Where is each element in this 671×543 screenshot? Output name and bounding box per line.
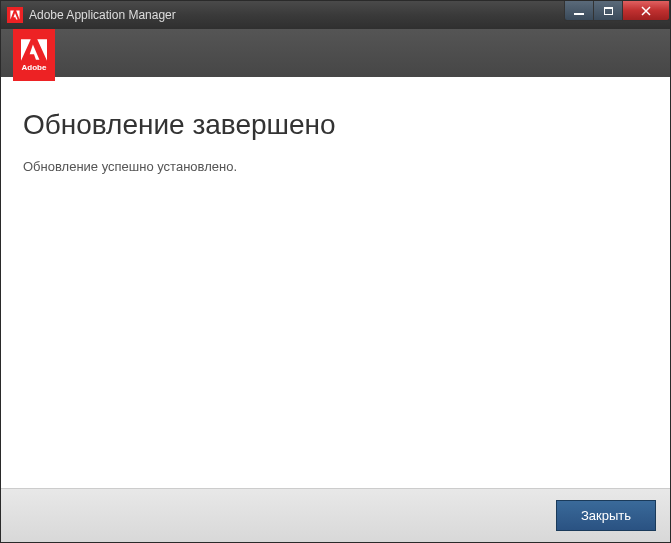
maximize-button[interactable] xyxy=(593,1,623,21)
window-controls xyxy=(565,1,670,21)
page-title: Обновление завершено xyxy=(23,109,648,141)
adobe-logo-text: Adobe xyxy=(22,63,47,72)
content-area: Обновление завершено Обновление успешно … xyxy=(1,77,670,488)
adobe-logo: Adobe xyxy=(13,29,55,81)
status-message: Обновление успешно установлено. xyxy=(23,159,648,174)
close-button[interactable]: Закрыть xyxy=(556,500,656,531)
titlebar-title: Adobe Application Manager xyxy=(29,8,565,22)
app-window: Adobe Application Manager Adobe Обновлен… xyxy=(0,0,671,543)
footer-bar: Закрыть xyxy=(1,488,670,542)
app-icon xyxy=(7,7,23,23)
header-bar: Adobe xyxy=(1,29,670,77)
minimize-button[interactable] xyxy=(564,1,594,21)
window-close-button[interactable] xyxy=(622,1,670,21)
titlebar[interactable]: Adobe Application Manager xyxy=(1,1,670,29)
